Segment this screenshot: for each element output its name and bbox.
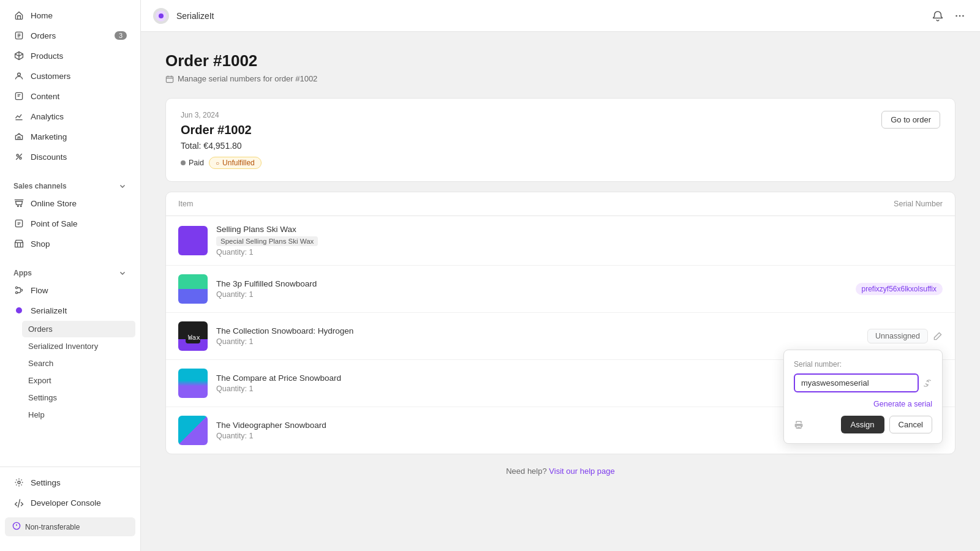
item-details-ski-wax: Selling Plans Ski Wax Special Selling Pl… [216, 225, 318, 257]
generate-serial-link[interactable]: Generate a serial [873, 400, 932, 408]
sidebar-item-flow[interactable]: Flow [5, 280, 135, 300]
edit-serial-button[interactable] [933, 331, 943, 341]
item-details-snowboard-3p: The 3p Fulfilled Snowboard Quantity: 1 [216, 279, 317, 299]
more-options-button[interactable] [952, 8, 968, 24]
topbar-app-name: SerializeIt [176, 11, 214, 21]
order-date: Jun 3, 2024 [181, 111, 881, 119]
table-row: The 3p Fulfilled Snowboard Quantity: 1 p… [166, 266, 955, 313]
item-quantity: Quantity: 1 [216, 337, 353, 346]
item-quantity: Quantity: 1 [216, 432, 326, 440]
cancel-button[interactable]: Cancel [889, 416, 932, 433]
sidebar-item-products-label: Products [31, 51, 63, 61]
subnav-item-search[interactable]: Search [22, 355, 135, 372]
subnav-item-orders[interactable]: Orders [22, 321, 135, 337]
svg-line-10 [18, 499, 20, 508]
svg-point-16 [962, 15, 964, 17]
apps-section-label: Apps [0, 264, 140, 280]
shop-icon [13, 238, 24, 249]
sidebar-item-discounts-label: Discounts [31, 152, 67, 162]
go-to-order-button[interactable]: Go to order [881, 111, 940, 129]
item-quantity: Quantity: 1 [216, 290, 317, 299]
table-row: Wax The Collection Snowboard: Hydrogen Q… [166, 313, 955, 360]
orders-badge: 3 [115, 31, 127, 40]
sidebar-item-shop[interactable]: Shop [5, 234, 135, 253]
subnav-item-settings[interactable]: Settings [22, 389, 135, 406]
visit-help-page-link[interactable]: Visit our help page [549, 467, 614, 476]
sidebar-item-home[interactable]: Home [5, 6, 135, 25]
item-details-hydrogen: The Collection Snowboard: Hydrogen Quant… [216, 326, 353, 346]
subnav-orders-label: Orders [28, 324, 53, 334]
popover-button-group: Assign Cancel [841, 416, 933, 433]
subnav-item-help[interactable]: Help [22, 407, 135, 423]
item-name: Selling Plans Ski Wax [216, 225, 318, 234]
discounts-icon [13, 151, 24, 162]
col-item-header: Item [178, 200, 820, 208]
popover-input-row [794, 373, 932, 392]
store-icon [13, 198, 24, 209]
sidebar-item-serializeit[interactable]: SerializeIt [5, 301, 135, 320]
popover-printer-button[interactable] [794, 420, 804, 430]
subnav-help-label: Help [28, 410, 45, 419]
sidebar-item-customers[interactable]: Customers [5, 66, 135, 86]
item-thumbnail-hydrogen: Wax [178, 321, 208, 351]
svg-point-4 [20, 157, 21, 159]
serial-number-input[interactable] [794, 373, 919, 392]
subnav-item-serialized-inventory[interactable]: Serialized Inventory [22, 338, 135, 354]
subtitle-icon [165, 75, 174, 83]
svg-point-8 [15, 291, 17, 293]
sidebar-item-orders[interactable]: Orders 3 [5, 26, 135, 45]
sidebar-item-content[interactable]: Content [5, 86, 135, 106]
serial-number-popover: Serial number: Generate a serial [783, 350, 943, 444]
sidebar-item-discounts[interactable]: Discounts [5, 147, 135, 167]
svg-rect-20 [796, 425, 801, 428]
popover-actions: Assign Cancel [794, 416, 932, 433]
svg-text:Wax: Wax [188, 334, 200, 342]
sidebar-item-online-store[interactable]: Online Store [5, 193, 135, 213]
items-table-header: Item Serial Number [166, 192, 955, 216]
sidebar-item-products[interactable]: Products [5, 46, 135, 66]
item-thumbnail-snowboard-3p [178, 274, 208, 304]
sidebar-item-customers-label: Customers [31, 72, 70, 81]
assign-button[interactable]: Assign [841, 416, 884, 433]
order-number: Order #1002 [181, 123, 881, 137]
item-left: The Videographer Snowboard Quantity: 1 [178, 416, 820, 445]
item-serial-right: prefixzyf56x6lkxolsuffix [820, 283, 943, 295]
item-left: Wax The Collection Snowboard: Hydrogen Q… [178, 321, 820, 351]
flow-icon [13, 285, 24, 296]
sidebar-item-settings[interactable]: Settings [5, 473, 135, 492]
sidebar: Home Orders 3 Products [0, 0, 141, 551]
main-panel: SerializeIt Order #1002 [141, 0, 980, 551]
notification-button[interactable] [930, 8, 946, 24]
non-transferable-label: Non-transferable [25, 523, 80, 531]
order-card-header: Jun 3, 2024 Order #1002 Total: €4,951.80… [181, 111, 940, 169]
sidebar-item-settings-label: Settings [31, 478, 61, 487]
sidebar-item-developer-console[interactable]: Developer Console [5, 493, 135, 512]
page-subtitle: Manage serial numbers for order #1002 [165, 74, 956, 83]
home-icon [13, 10, 24, 21]
sidebar-item-orders-label: Orders [31, 31, 56, 40]
app-logo [153, 8, 169, 24]
sidebar-item-marketing[interactable]: Marketing [5, 127, 135, 146]
sidebar-item-developer-console-label: Developer Console [31, 498, 101, 508]
popover-generate: Generate a serial [794, 399, 932, 408]
item-left: The 3p Fulfilled Snowboard Quantity: 1 [178, 274, 820, 304]
subnav-item-export[interactable]: Export [22, 372, 135, 389]
sidebar-item-analytics[interactable]: Analytics [5, 107, 135, 126]
topbar-actions [930, 8, 968, 24]
item-name: The 3p Fulfilled Snowboard [216, 279, 317, 288]
marketing-icon [13, 131, 24, 142]
order-card: Jun 3, 2024 Order #1002 Total: €4,951.80… [165, 98, 956, 182]
sidebar-item-pos[interactable]: Point of Sale [5, 214, 135, 233]
sidebar-item-serializeit-label: SerializeIt [31, 306, 67, 315]
popover-link-button[interactable] [922, 378, 932, 388]
sidebar-item-pos-label: Point of Sale [31, 219, 78, 228]
svg-rect-17 [166, 76, 173, 82]
subnav-serialized-inventory-label: Serialized Inventory [28, 342, 98, 351]
customers-icon [13, 70, 24, 81]
svg-point-6 [15, 287, 17, 288]
page-footer: Need help? Visit our help page [165, 454, 956, 488]
topbar: SerializeIt [141, 0, 980, 32]
dev-console-icon [13, 497, 24, 508]
order-status-badges: Paid Unfulfilled [181, 157, 881, 169]
subnav-settings-label: Settings [28, 393, 57, 402]
